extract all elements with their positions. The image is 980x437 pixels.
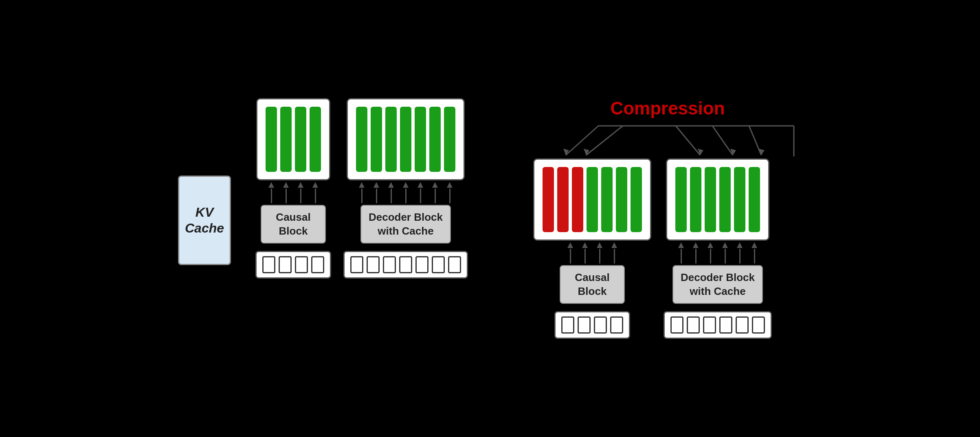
token	[279, 256, 292, 273]
bar	[749, 167, 760, 232]
arrow	[428, 182, 442, 203]
bar	[415, 107, 426, 172]
token	[448, 256, 461, 273]
main-container: KV Cache	[154, 82, 826, 356]
right-causal-col: CausalBlock	[533, 158, 651, 339]
arrow	[732, 242, 747, 264]
token	[561, 316, 574, 334]
compression-header: Compression	[533, 98, 802, 158]
bar	[371, 107, 382, 172]
arrow	[354, 182, 369, 203]
left-decoder-cache	[347, 98, 465, 180]
bar-red	[543, 167, 554, 232]
token	[670, 316, 683, 334]
left-causal-arrows	[264, 182, 323, 203]
svg-line-2	[586, 126, 623, 155]
arrow	[442, 182, 457, 203]
bar	[705, 167, 716, 232]
right-decoder-cache	[666, 158, 769, 241]
left-causal-label: CausalBlock	[261, 205, 326, 244]
svg-line-4	[676, 126, 700, 155]
arrow	[308, 182, 323, 203]
arrow	[607, 242, 622, 264]
arrow	[293, 182, 308, 203]
token	[687, 316, 700, 334]
bar	[690, 167, 701, 232]
token	[736, 316, 749, 334]
svg-line-8	[749, 126, 761, 155]
svg-marker-1	[563, 149, 569, 155]
right-decoder-arrows	[674, 242, 762, 264]
bar	[266, 107, 277, 172]
bar	[675, 167, 687, 232]
right-diagram: Compression	[533, 98, 802, 339]
token	[752, 316, 765, 334]
left-causal-cache	[256, 98, 330, 180]
bar	[444, 107, 455, 172]
arrow	[578, 242, 592, 264]
compression-arrows-svg	[533, 122, 802, 158]
svg-marker-3	[584, 149, 589, 155]
arrow	[718, 242, 732, 264]
bar-red	[572, 167, 583, 232]
right-causal-arrows	[563, 242, 622, 264]
arrow	[747, 242, 762, 264]
left-block-group: CausalBlock	[255, 98, 468, 279]
token	[311, 256, 324, 273]
token	[383, 256, 396, 273]
arrow	[398, 182, 413, 203]
bar-green	[587, 167, 598, 232]
left-decoder-label: Decoder Blockwith Cache	[360, 205, 451, 244]
bar	[400, 107, 411, 172]
arrow	[674, 242, 688, 264]
compression-label-wrapper: Compression	[533, 98, 802, 119]
arrow	[384, 182, 398, 203]
compression-label: Compression	[610, 98, 725, 118]
svg-line-0	[566, 126, 598, 155]
token	[719, 316, 732, 334]
kv-cache-box: KV Cache	[178, 176, 231, 265]
arrow	[264, 182, 279, 203]
right-decoder-col: Decoder Blockwith Cache	[664, 158, 772, 339]
token	[367, 256, 380, 273]
arrow	[563, 242, 578, 264]
right-causal-label: CausalBlock	[560, 265, 625, 304]
kv-cache-label: KV Cache	[185, 204, 224, 236]
token	[399, 256, 412, 273]
bar	[385, 107, 397, 172]
arrow	[413, 182, 428, 203]
token	[703, 316, 716, 334]
left-causal-col: CausalBlock	[255, 98, 331, 279]
right-block-group: CausalBlock	[533, 158, 802, 339]
bar-red	[557, 167, 569, 232]
arrow	[279, 182, 293, 203]
arrow	[703, 242, 718, 264]
token	[415, 256, 428, 273]
bar	[310, 107, 321, 172]
bar	[734, 167, 745, 232]
token	[594, 316, 607, 334]
bar	[280, 107, 292, 172]
bar-green	[616, 167, 627, 232]
token	[295, 256, 308, 273]
svg-line-6	[712, 126, 733, 155]
arrow	[688, 242, 703, 264]
right-decoder-label: Decoder Blockwith Cache	[672, 265, 763, 304]
arrow	[369, 182, 384, 203]
bar	[356, 107, 367, 172]
bar	[719, 167, 731, 232]
left-decoder-arrows	[354, 182, 457, 203]
bar	[295, 107, 306, 172]
left-diagram: CausalBlock	[255, 98, 468, 279]
left-decoder-tokens	[343, 251, 468, 279]
token	[578, 316, 591, 334]
right-causal-tokens	[554, 311, 630, 339]
token	[262, 256, 275, 273]
left-decoder-col: Decoder Blockwith Cache	[343, 98, 468, 279]
arrow	[592, 242, 607, 264]
right-causal-cache	[533, 158, 651, 241]
right-decoder-tokens	[664, 311, 772, 339]
token	[432, 256, 445, 273]
bar-green	[601, 167, 613, 232]
bar-green	[631, 167, 642, 232]
